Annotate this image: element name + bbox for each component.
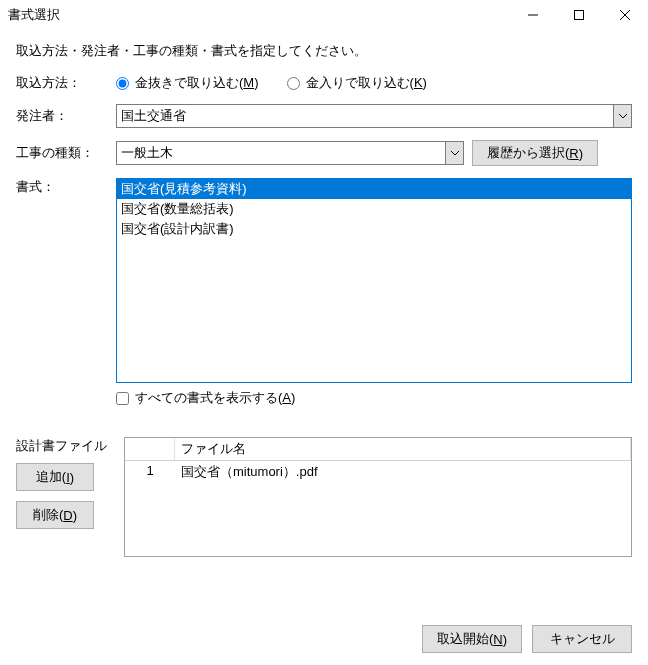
column-header-number[interactable] bbox=[125, 438, 175, 460]
delete-button[interactable]: 削除(D) bbox=[16, 501, 94, 529]
method-radio-include[interactable] bbox=[287, 77, 300, 90]
orderer-value: 国土交通省 bbox=[121, 107, 186, 125]
titlebar: 書式選択 bbox=[0, 0, 648, 30]
column-header-filename[interactable]: ファイル名 bbox=[175, 438, 631, 460]
method-option-include[interactable]: 金入りで取り込む(K) bbox=[287, 74, 427, 92]
start-import-button[interactable]: 取込開始(N) bbox=[422, 625, 522, 653]
format-item[interactable]: 国交省(数量総括表) bbox=[117, 199, 631, 219]
format-item[interactable]: 国交省(設計内訳書) bbox=[117, 219, 631, 239]
add-button[interactable]: 追加(I) bbox=[16, 463, 94, 491]
table-row[interactable]: 1 国交省（mitumori）.pdf bbox=[125, 461, 631, 483]
method-label: 取込方法： bbox=[16, 74, 116, 92]
cancel-button[interactable]: キャンセル bbox=[532, 625, 632, 653]
minimize-button[interactable] bbox=[510, 0, 556, 30]
row-filename: 国交省（mitumori）.pdf bbox=[175, 461, 631, 483]
chevron-down-icon[interactable] bbox=[613, 105, 631, 127]
work-type-label: 工事の種類： bbox=[16, 144, 116, 162]
work-type-combo[interactable]: 一般土木 bbox=[116, 141, 464, 165]
method-radio-exclude[interactable] bbox=[116, 77, 129, 90]
show-all-label: すべての書式を表示する(A) bbox=[135, 389, 295, 407]
show-all-checkbox[interactable] bbox=[116, 392, 129, 405]
orderer-combo[interactable]: 国土交通省 bbox=[116, 104, 632, 128]
window-title: 書式選択 bbox=[8, 6, 510, 24]
format-item[interactable]: 国交省(見積参考資料) bbox=[117, 179, 631, 199]
row-number: 1 bbox=[125, 461, 175, 483]
design-file-label: 設計書ファイル bbox=[16, 437, 116, 455]
history-button[interactable]: 履歴から選択(R) bbox=[472, 140, 598, 166]
method-option-exclude[interactable]: 金抜きで取り込む(M) bbox=[116, 74, 259, 92]
orderer-label: 発注者： bbox=[16, 107, 116, 125]
chevron-down-icon[interactable] bbox=[445, 142, 463, 164]
svg-rect-1 bbox=[575, 11, 584, 20]
instruction-text: 取込方法・発注者・工事の種類・書式を指定してください。 bbox=[16, 42, 632, 60]
format-listbox[interactable]: 国交省(見積参考資料) 国交省(数量総括表) 国交省(設計内訳書) bbox=[116, 178, 632, 383]
close-button[interactable] bbox=[602, 0, 648, 30]
format-label: 書式： bbox=[16, 178, 116, 383]
maximize-button[interactable] bbox=[556, 0, 602, 30]
work-type-value: 一般土木 bbox=[121, 144, 173, 162]
files-table: ファイル名 1 国交省（mitumori）.pdf bbox=[124, 437, 632, 557]
